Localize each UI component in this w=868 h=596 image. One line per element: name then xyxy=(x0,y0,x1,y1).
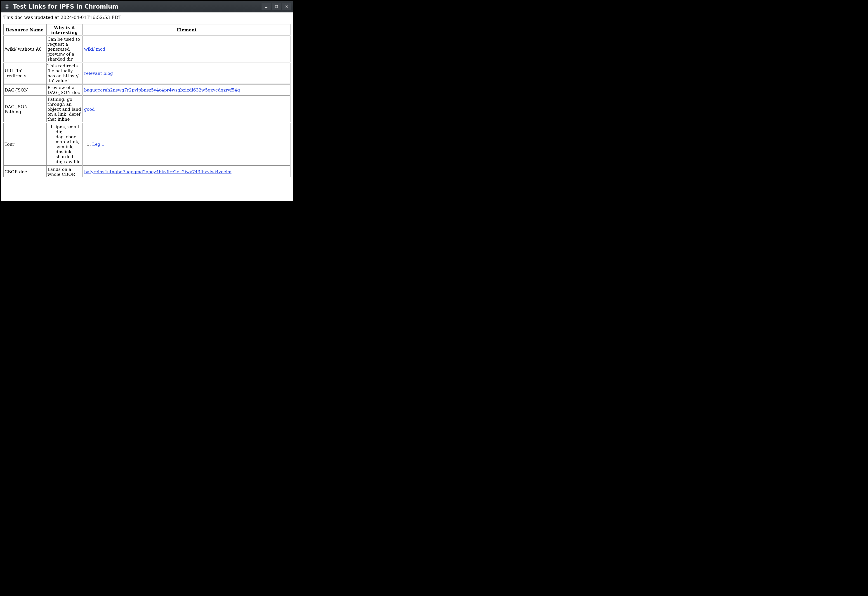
table-row: DAG-JSON Preview of a DAG-JSON doc baguq… xyxy=(3,84,290,96)
svg-rect-5 xyxy=(275,6,278,8)
element-link[interactable]: baguqeerah2nswg7r2pvlpbnsz5y4c4pr4wsgbzi… xyxy=(84,87,240,92)
app-window: Test Links for IPFS in Chromium This doc… xyxy=(0,0,294,202)
cell-why: ipns, small dir, dag_cbor map->link, sym… xyxy=(46,123,83,165)
cell-element: relevant blog xyxy=(83,63,290,84)
titlebar: Test Links for IPFS in Chromium xyxy=(1,1,293,12)
table-row: URL 'to' _redirects This redirects file … xyxy=(3,63,290,84)
element-link[interactable]: relevant blog xyxy=(84,71,113,76)
cell-name: Tour xyxy=(3,123,46,165)
cell-why: Lands on a whole CBOR xyxy=(46,166,83,177)
cell-name: URL 'to' _redirects xyxy=(3,63,46,84)
cell-name: /wiki/ without A0 xyxy=(3,36,46,62)
maximize-button[interactable] xyxy=(272,3,281,10)
cell-element: Leg 1 xyxy=(83,123,290,165)
cell-element: wiki/ mod xyxy=(83,36,290,62)
element-link[interactable]: Leg 1 xyxy=(92,142,104,147)
col-header-why: Why is it interesting xyxy=(46,24,83,35)
table-row: Tour ipns, small dir, dag_cbor map->link… xyxy=(3,123,290,165)
cell-element: baguqeerah2nswg7r2pvlpbnsz5y4c4pr4wsgbzi… xyxy=(83,84,290,96)
element-link[interactable]: wiki/ mod xyxy=(84,47,105,52)
content-scroll[interactable]: This doc was updated at 2024-04-01T16:52… xyxy=(1,12,293,201)
cell-why: Can be used to request a generated previ… xyxy=(46,36,83,62)
links-table: Resource Name Why is it interesting Elem… xyxy=(3,24,291,178)
col-header-name: Resource Name xyxy=(3,24,46,35)
element-link[interactable]: bafyreihs4utnqbn7uqeqmd2qoqz4hkvflre2ek2… xyxy=(84,169,231,174)
cell-why: Preview of a DAG-JSON doc xyxy=(46,84,83,96)
cell-name: DAG-JSON xyxy=(3,84,46,96)
table-row: /wiki/ without A0 Can be used to request… xyxy=(3,36,290,62)
cell-name: CBOR doc xyxy=(3,166,46,177)
table-row: DAG-JSON Pathing Pathing: go through an … xyxy=(3,96,290,122)
table-row: CBOR doc Lands on a whole CBOR bafyreihs… xyxy=(3,166,290,177)
element-list-item: Leg 1 xyxy=(92,142,289,147)
cell-element: good xyxy=(83,96,290,122)
window-title: Test Links for IPFS in Chromium xyxy=(13,3,262,10)
svg-point-3 xyxy=(7,6,7,7)
close-button[interactable] xyxy=(282,3,291,10)
content-area: This doc was updated at 2024-04-01T16:52… xyxy=(1,12,293,201)
app-icon xyxy=(4,3,10,10)
element-link[interactable]: good xyxy=(84,107,95,112)
cell-why: Pathing: go through an object and land o… xyxy=(46,96,83,122)
minimize-button[interactable] xyxy=(262,3,271,10)
cell-why: This redirects file actually has an http… xyxy=(46,63,83,84)
why-list-item: ipns, small dir, dag_cbor map->link, sym… xyxy=(56,124,81,164)
col-header-element: Element xyxy=(83,24,290,35)
window-controls xyxy=(262,3,291,10)
cell-element: bafyreihs4utnqbn7uqeqmd2qoqz4hkvflre2ek2… xyxy=(83,166,290,177)
table-header-row: Resource Name Why is it interesting Elem… xyxy=(3,24,290,35)
updated-timestamp: This doc was updated at 2024-04-01T16:52… xyxy=(3,15,291,20)
cell-name: DAG-JSON Pathing xyxy=(3,96,46,122)
